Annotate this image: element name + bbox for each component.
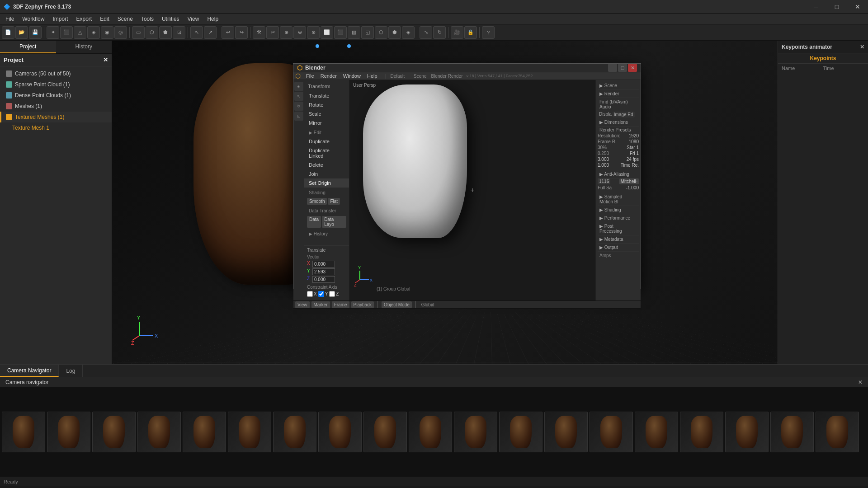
- b-constraint-x[interactable]: [307, 291, 313, 297]
- b-frame-btn[interactable]: Frame: [332, 301, 349, 308]
- toolbar-t15[interactable]: ⚒: [253, 26, 265, 39]
- toolbar-t29[interactable]: 🔒: [464, 26, 477, 39]
- cam-thumb-3[interactable]: [92, 412, 136, 452]
- toolbar-undo[interactable]: ↩: [222, 26, 234, 39]
- tab-camera-navigator[interactable]: Camera Navigator: [0, 365, 59, 377]
- minimize-button[interactable]: ─: [806, 0, 826, 14]
- menu-export[interactable]: Export: [72, 15, 95, 23]
- b-tool-4[interactable]: ⊡: [294, 112, 303, 121]
- toolbar-redo[interactable]: ↪: [235, 26, 248, 39]
- cam-thumb-6[interactable]: [228, 412, 271, 452]
- b-menu-file[interactable]: File: [303, 72, 317, 80]
- sidebar-item-texture-mesh-1[interactable]: Texture Mesh 1: [0, 122, 112, 133]
- b-constraint-z[interactable]: [329, 291, 335, 297]
- toolbar-new[interactable]: 📄: [2, 26, 14, 39]
- menu-edit[interactable]: Edit: [96, 15, 113, 23]
- tab-history[interactable]: History: [56, 41, 112, 53]
- b-scene-section[interactable]: ▶ Scene: [598, 82, 639, 90]
- b-vec-z-input[interactable]: [312, 276, 335, 283]
- toolbar-move[interactable]: ↖: [190, 26, 203, 39]
- toolbar-t24[interactable]: ⬡: [375, 26, 387, 39]
- toolbar-open[interactable]: 📂: [15, 26, 28, 39]
- cam-thumb-12[interactable]: [499, 412, 542, 452]
- cam-thumb-1[interactable]: [2, 412, 45, 452]
- toolbar-t21[interactable]: ⬛: [334, 26, 347, 39]
- b-motion-blur-section[interactable]: ▶ Sampled Motion Bl: [598, 193, 639, 206]
- b-ctx-delete[interactable]: Delete: [304, 160, 349, 169]
- cam-thumb-8[interactable]: [318, 412, 362, 452]
- toolbar-cam[interactable]: 🎥: [451, 26, 463, 39]
- sidebar-item-textured-meshes[interactable]: Textured Meshes (1): [0, 112, 112, 122]
- b-ctx-rotate[interactable]: Rotate: [304, 100, 349, 109]
- toolbar-t25[interactable]: ⬢: [388, 26, 401, 39]
- toolbar-t26[interactable]: ◈: [402, 26, 415, 39]
- blender-minimize[interactable]: ─: [608, 64, 617, 72]
- b-playback-btn[interactable]: Playback: [351, 301, 374, 308]
- b-marker-btn[interactable]: Marker: [311, 301, 330, 308]
- b-ctx-data[interactable]: Data: [307, 216, 321, 228]
- toolbar-t17[interactable]: ⊕: [280, 26, 292, 39]
- toolbar-help[interactable]: ?: [482, 26, 495, 39]
- cam-thumb-9[interactable]: [363, 412, 407, 452]
- b-render-section[interactable]: ▶ Render: [598, 90, 639, 98]
- b-ctx-mirror[interactable]: Mirror: [304, 118, 349, 127]
- b-image-ed-btn[interactable]: Image Ed: [613, 112, 635, 117]
- b-tool-1[interactable]: ◈: [294, 82, 303, 91]
- cam-thumb-7[interactable]: [273, 412, 316, 452]
- b-vec-y-input[interactable]: [312, 268, 335, 275]
- close-button[interactable]: ✕: [847, 0, 868, 14]
- menu-utilities[interactable]: Utilities: [158, 15, 183, 23]
- b-end-val[interactable]: [588, 308, 604, 309]
- toolbar-t23[interactable]: ◱: [361, 26, 374, 39]
- camera-nav-close-icon[interactable]: ✕: [858, 379, 863, 385]
- b-menu-render[interactable]: Render: [318, 72, 340, 80]
- blender-maximize[interactable]: □: [618, 64, 627, 72]
- blender-viewport[interactable]: User Persp (1) Group Global + X Y Z: [349, 80, 595, 300]
- menu-import[interactable]: Import: [49, 15, 71, 23]
- menu-view[interactable]: View: [184, 15, 203, 23]
- toolbar-dense[interactable]: ⬛: [60, 26, 73, 39]
- menu-help[interactable]: Help: [203, 15, 222, 23]
- cam-thumb-15[interactable]: [635, 412, 678, 452]
- toolbar-t18[interactable]: ⊖: [293, 26, 306, 39]
- cam-thumb-5[interactable]: [183, 412, 226, 452]
- b-output-section[interactable]: ▶ Output: [598, 244, 639, 252]
- b-view-btn[interactable]: View: [295, 301, 310, 308]
- maximize-button[interactable]: □: [826, 0, 847, 14]
- menu-workflow[interactable]: Workflow: [19, 15, 48, 23]
- cam-thumb-18[interactable]: [770, 412, 814, 452]
- cam-thumb-2[interactable]: [47, 412, 90, 452]
- cam-thumb-4[interactable]: [137, 412, 181, 452]
- b-metadata-section[interactable]: ▶ Metadata: [598, 235, 639, 244]
- sidebar-item-cameras[interactable]: Cameras (50 out of 50): [0, 68, 112, 79]
- b-post-processing-section[interactable]: ▶ Post Processing: [598, 222, 639, 235]
- toolbar-t12[interactable]: ↗: [204, 26, 217, 39]
- blender-close[interactable]: ✕: [628, 64, 637, 72]
- toolbar-t10[interactable]: ⊡: [173, 26, 185, 39]
- b-constraint-y[interactable]: [318, 291, 324, 297]
- b-ctx-translate[interactable]: Translate: [304, 91, 349, 100]
- toolbar-t22[interactable]: ▧: [348, 26, 360, 39]
- b-ctx-join[interactable]: Join: [304, 169, 349, 178]
- cam-thumb-16[interactable]: [680, 412, 723, 452]
- b-ctx-set-origin[interactable]: Set Origin: [304, 178, 349, 188]
- cam-thumb-10[interactable]: [409, 412, 452, 452]
- toolbar-save[interactable]: 💾: [29, 26, 42, 39]
- camera-nav-content[interactable]: [0, 388, 868, 476]
- toolbar-select-rect[interactable]: ▭: [132, 26, 145, 39]
- cam-thumb-13[interactable]: [544, 412, 588, 452]
- cam-thumb-11[interactable]: [454, 412, 497, 452]
- b-object-mode-btn[interactable]: Object Mode: [382, 301, 412, 308]
- b-ctx-duplicate-linked[interactable]: Duplicate Linked: [304, 146, 349, 160]
- b-vec-x-input[interactable]: [312, 261, 335, 267]
- toolbar-t9[interactable]: ⬟: [159, 26, 172, 39]
- toolbar-t19[interactable]: ⊛: [307, 26, 320, 39]
- toolbar-mesh[interactable]: △: [74, 26, 86, 39]
- b-menu-window[interactable]: Window: [340, 72, 363, 80]
- toolbar-select-poly[interactable]: ⬡: [146, 26, 158, 39]
- cam-thumb-17[interactable]: [725, 412, 769, 452]
- tab-log[interactable]: Log: [59, 365, 83, 377]
- b-time-marker-btn[interactable]: Marker: [311, 308, 329, 309]
- cam-thumb-19[interactable]: [816, 412, 859, 452]
- b-dimensions-section[interactable]: ▶ Dimensions: [598, 118, 639, 127]
